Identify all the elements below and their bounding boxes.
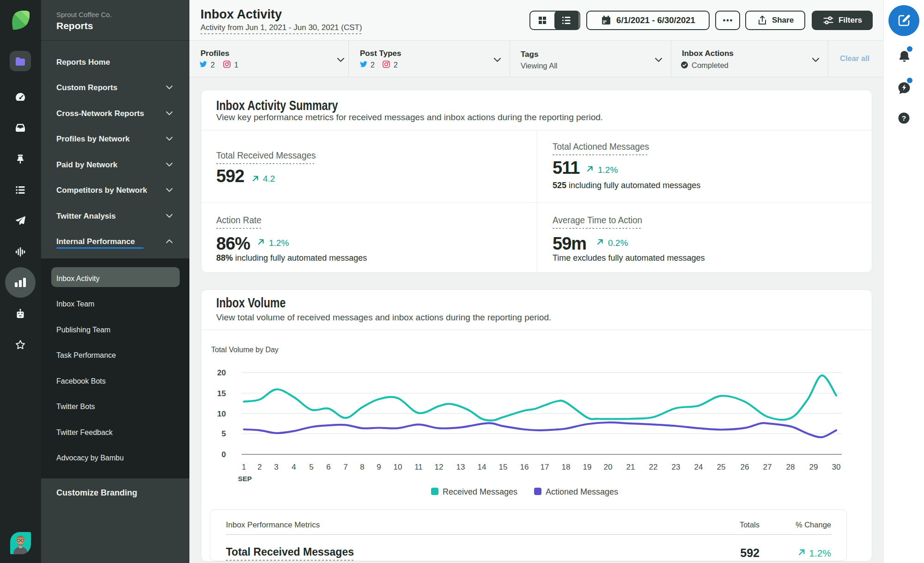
svg-text:3: 3 (274, 463, 278, 471)
svg-text:11: 11 (414, 463, 423, 471)
svg-text:13: 13 (456, 463, 465, 471)
svg-text:26: 26 (741, 463, 749, 471)
svg-text:25: 25 (717, 463, 726, 471)
svg-text:SEP: SEP (238, 475, 252, 483)
svg-text:21: 21 (626, 463, 635, 471)
svg-text:10: 10 (217, 410, 226, 418)
svg-text:12: 12 (435, 463, 444, 471)
svg-text:Actioned Messages: Actioned Messages (546, 487, 618, 496)
svg-text:5: 5 (222, 429, 226, 438)
svg-text:10: 10 (394, 463, 402, 471)
svg-text:16: 16 (520, 463, 529, 471)
svg-text:19: 19 (583, 463, 592, 471)
svg-text:18: 18 (562, 463, 571, 471)
svg-text:0: 0 (222, 450, 226, 459)
svg-text:28: 28 (786, 463, 795, 471)
svg-text:23: 23 (672, 463, 681, 471)
svg-text:15: 15 (499, 463, 508, 471)
svg-text:4: 4 (292, 463, 296, 471)
svg-text:6: 6 (326, 463, 330, 471)
svg-text:8: 8 (360, 463, 364, 471)
svg-text:2: 2 (257, 463, 261, 471)
svg-text:Received Messages: Received Messages (443, 487, 517, 496)
svg-text:1: 1 (242, 463, 246, 471)
svg-text:15: 15 (217, 389, 226, 398)
svg-text:24: 24 (694, 463, 703, 471)
svg-text:30: 30 (832, 463, 841, 471)
svg-text:27: 27 (763, 463, 772, 471)
svg-text:14: 14 (478, 463, 486, 471)
svg-text:5: 5 (309, 463, 313, 471)
svg-text:20: 20 (217, 368, 226, 377)
svg-text:29: 29 (809, 463, 818, 471)
svg-text:17: 17 (541, 463, 549, 471)
svg-text:9: 9 (377, 463, 381, 471)
svg-text:7: 7 (343, 463, 347, 471)
svg-text:?: ? (902, 114, 906, 122)
svg-text:20: 20 (604, 463, 613, 471)
svg-text:22: 22 (649, 463, 658, 471)
